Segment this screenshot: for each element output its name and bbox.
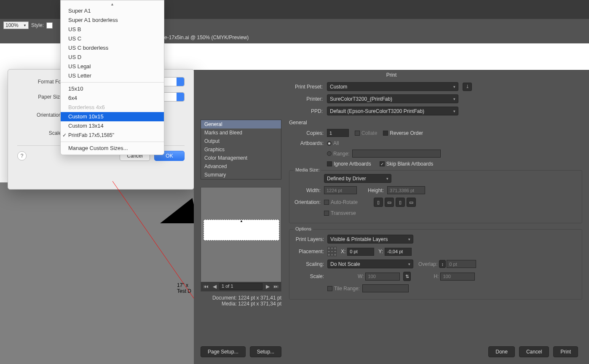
printer-label: Printer: bbox=[201, 96, 327, 102]
setup-button[interactable]: Setup... bbox=[250, 346, 281, 357]
print-button[interactable]: Print bbox=[553, 346, 578, 357]
skip-blank-label: Skip Blank Artboards bbox=[386, 161, 433, 167]
printer-select[interactable]: SureColorT3200_(PrintFab) bbox=[327, 94, 458, 103]
scale-w-label: W: bbox=[358, 273, 364, 279]
menu-item[interactable]: US Letter bbox=[61, 71, 164, 80]
save-preset-icon[interactable]: ⤓ bbox=[463, 83, 472, 91]
pager-last-icon[interactable]: ⏭ bbox=[273, 283, 279, 290]
menu-item[interactable]: US B bbox=[61, 25, 164, 34]
general-heading: General bbox=[289, 120, 582, 126]
pager-display[interactable]: 1 of 1 bbox=[220, 283, 262, 290]
ignore-artboards-checkbox[interactable] bbox=[327, 161, 332, 166]
copies-input[interactable] bbox=[327, 129, 349, 137]
auto-rotate-label: Auto-Rotate bbox=[331, 199, 358, 205]
width-label: Width: bbox=[294, 187, 324, 193]
orient-portrait-rev-icon[interactable]: ▯ bbox=[396, 198, 405, 207]
menu-item[interactable]: 15x10 bbox=[61, 84, 164, 94]
zoom-select[interactable]: 100%▼ bbox=[3, 21, 29, 29]
page-setup-button[interactable]: Page Setup... bbox=[201, 346, 246, 357]
document-dimensions: Document: 1224 pt x 371,41 pt bbox=[201, 295, 281, 301]
menu-item[interactable]: Super A1 borderless bbox=[61, 16, 164, 25]
width-input bbox=[324, 186, 357, 194]
sidebar-item-marks[interactable]: Marks and Bleed bbox=[201, 128, 281, 137]
orient-portrait-icon[interactable]: ▯ bbox=[374, 198, 383, 207]
menu-item-disabled: Borderless 4x6 bbox=[61, 103, 164, 112]
range-label: Range: bbox=[333, 151, 350, 157]
scale-h-input bbox=[440, 273, 475, 281]
print-dialog: Print Print Preset: Custom ⤓ Printer: Su… bbox=[194, 70, 589, 364]
print-preset-label: Print Preset: bbox=[201, 84, 327, 90]
pager-first-icon[interactable]: ⏮ bbox=[203, 283, 209, 290]
sidebar-item-summary[interactable]: Summary bbox=[201, 171, 281, 179]
overlap-stepper-icon: ↕ bbox=[439, 260, 446, 268]
overlap-input bbox=[447, 260, 476, 268]
scaling-label: Scaling: bbox=[294, 261, 327, 267]
menu-item[interactable]: US Legal bbox=[61, 62, 164, 71]
reverse-order-checkbox[interactable] bbox=[383, 131, 388, 136]
menu-item[interactable]: Super A1 bbox=[61, 6, 164, 16]
menu-scroll-up-icon[interactable]: ▲ bbox=[61, 2, 164, 6]
placement-x-label: X: bbox=[341, 249, 345, 254]
reverse-order-label: Reverse Order bbox=[390, 130, 423, 136]
placement-label: Placement: bbox=[294, 249, 327, 254]
collate-checkbox bbox=[355, 131, 360, 136]
menu-item[interactable]: US C bbox=[61, 34, 164, 43]
artwork-text: 17" x Test D bbox=[177, 282, 191, 294]
artboards-all-radio bbox=[327, 141, 332, 146]
sidebar-item-color[interactable]: Color Management bbox=[201, 154, 281, 162]
ppd-select[interactable]: Default (Epson-SureColorT3200 PrintFab) bbox=[327, 107, 458, 115]
print-layers-select[interactable]: Visible & Printable Layers bbox=[327, 235, 413, 244]
placement-x-input[interactable] bbox=[347, 248, 374, 256]
height-input bbox=[387, 186, 425, 194]
scale-h-label: H: bbox=[434, 273, 439, 279]
paper-size-menu: ▲ Super A1 Super A1 borderless US B US C… bbox=[60, 0, 164, 155]
print-layers-label: Print Layers: bbox=[294, 236, 327, 242]
skip-blank-checkbox[interactable]: ✓ bbox=[380, 161, 385, 166]
menu-item-selected[interactable]: Custom 10x15 bbox=[61, 112, 164, 121]
range-input bbox=[352, 150, 441, 158]
pager-prev-icon[interactable]: ◀ bbox=[211, 283, 218, 290]
sidebar-item-general[interactable]: General bbox=[201, 120, 281, 128]
menu-item[interactable]: Custom 13x14 bbox=[61, 121, 164, 131]
link-wh-icon[interactable]: ⇅ bbox=[403, 272, 411, 281]
options-legend: Options bbox=[294, 226, 313, 231]
tile-range-label: Tile Range: bbox=[334, 286, 360, 292]
scaling-select[interactable]: Do Not Scale bbox=[327, 260, 413, 268]
help-button[interactable]: ? bbox=[17, 151, 27, 161]
menu-item[interactable]: US C borderless bbox=[61, 43, 164, 53]
placement-y-input[interactable] bbox=[385, 248, 412, 256]
pager-next-icon[interactable]: ▶ bbox=[264, 283, 271, 290]
sidebar-item-output[interactable]: Output bbox=[201, 137, 281, 145]
copies-label: Copies: bbox=[289, 130, 327, 136]
menu-item[interactable]: 6x4 bbox=[61, 94, 164, 103]
transverse-checkbox bbox=[324, 211, 329, 216]
artboards-range-radio bbox=[327, 151, 332, 156]
print-section-list: General Marks and Bleed Output Graphics … bbox=[201, 120, 281, 179]
style-swatch[interactable] bbox=[46, 22, 53, 29]
auto-rotate-checkbox bbox=[324, 200, 329, 205]
ppd-label: PPD: bbox=[201, 108, 327, 114]
print-cancel-button[interactable]: Cancel bbox=[519, 346, 549, 357]
artboards-label: Artboards: bbox=[289, 140, 327, 146]
placement-grid[interactable] bbox=[327, 247, 337, 256]
sidebar-item-advanced[interactable]: Advanced bbox=[201, 162, 281, 171]
media-dimensions: Media: 1224 pt x 371,34 pt bbox=[201, 301, 281, 307]
document-tab[interactable]: e-17x5in.ai @ 150% (CMYK/Preview) bbox=[164, 35, 249, 40]
media-size-select[interactable]: Defined by Driver bbox=[324, 174, 391, 183]
orient-landscape-icon[interactable]: ▭ bbox=[385, 198, 394, 207]
collate-label: Collate bbox=[361, 130, 377, 136]
print-preview: ⏮ ◀ 1 of 1 ▶ ⏭ bbox=[201, 187, 281, 292]
height-label: Height: bbox=[368, 187, 387, 193]
artboards-all-label: All bbox=[333, 140, 339, 146]
manage-custom-sizes[interactable]: Manage Custom Sizes... bbox=[61, 144, 164, 153]
sidebar-item-graphics[interactable]: Graphics bbox=[201, 145, 281, 154]
tile-range-input bbox=[362, 284, 409, 292]
menu-item[interactable]: US D bbox=[61, 53, 164, 62]
ignore-artboards-label: Ignore Artboards bbox=[334, 161, 371, 167]
done-button[interactable]: Done bbox=[488, 346, 515, 357]
print-preset-select[interactable]: Custom bbox=[327, 82, 458, 91]
tile-range-checkbox bbox=[327, 286, 332, 291]
scale-pct-label: Scale: bbox=[294, 273, 327, 279]
orient-landscape-rev-icon[interactable]: ▭ bbox=[407, 198, 416, 207]
menu-item-checked[interactable]: ✓PrintFab 17x5,1585" bbox=[61, 131, 164, 140]
